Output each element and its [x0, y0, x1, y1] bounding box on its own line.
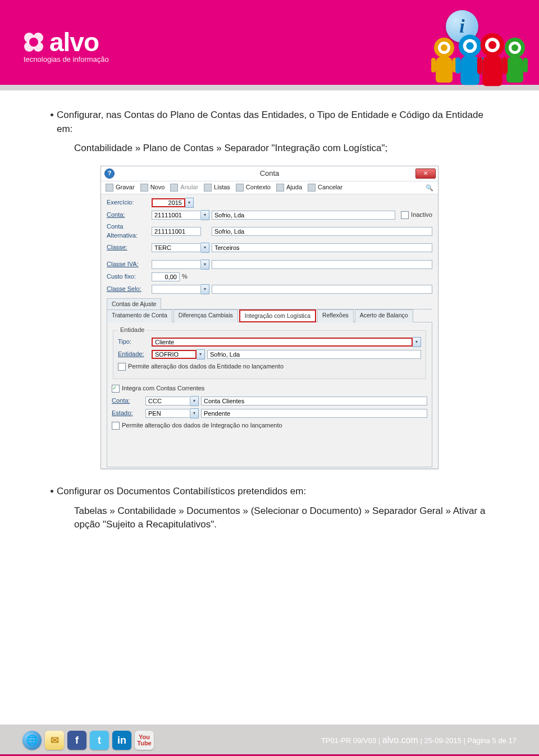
toolbar-contexto[interactable]: Contexto — [236, 183, 271, 192]
toolbar-ajuda[interactable]: Ajuda — [276, 183, 302, 192]
globe-icon[interactable]: 🌐 — [22, 731, 42, 750]
document-body: Configurar, nas Contas do Plano de Conta… — [0, 90, 539, 542]
input-estado-name[interactable] — [201, 409, 427, 418]
dropdown-tipo-icon[interactable]: ▾ — [413, 337, 421, 347]
page-footer: 🌐 ✉ f t in You Tube TP01-PR 09/V03 | alv… — [0, 725, 539, 756]
input-entidade-name[interactable] — [207, 350, 421, 359]
toolbar-gravar[interactable]: Gravar — [106, 183, 135, 192]
tabs-area: Contas de Ajuste Tratamento de Conta Dif… — [107, 298, 432, 467]
input-custo[interactable] — [152, 272, 180, 281]
toolbar-search-icon[interactable]: 🔍 — [426, 184, 433, 193]
lookup-iva[interactable]: ▾ — [201, 259, 209, 270]
footer-ref: TP01-PR 09/V03 | — [321, 736, 382, 745]
label-classe[interactable]: Classe: — [107, 243, 152, 252]
tab-contas-ajuste[interactable]: Contas de Ajuste — [107, 298, 161, 309]
input-selo-name[interactable] — [212, 285, 432, 294]
twitter-icon[interactable]: t — [90, 731, 109, 750]
legend-entidade: Entidade — [118, 326, 147, 335]
svg-point-4 — [29, 38, 38, 47]
bullet-dot-icon — [51, 490, 53, 493]
abort-icon — [308, 184, 316, 192]
input-int-conta-code[interactable] — [145, 397, 190, 406]
mascot-yellow — [432, 38, 456, 88]
toolbar-cancelar[interactable]: Cancelar — [308, 183, 342, 192]
input-iva-code[interactable] — [152, 260, 201, 269]
tab-panel-integracao: Entidade Tipo: ▾ Entidade: ▾ — [107, 322, 432, 467]
bullet-2-subtext: Tabelas » Contabilidade » Documentos » (… — [74, 504, 488, 532]
label-custo: Custo fixo: — [107, 272, 152, 281]
mail-icon[interactable]: ✉ — [45, 731, 64, 750]
label-entidade[interactable]: Entidade: — [118, 350, 152, 359]
toolbar-novo[interactable]: Novo — [140, 183, 165, 192]
tab-tratamento[interactable]: Tratamento de Conta — [107, 309, 172, 322]
input-entidade-code[interactable] — [152, 350, 197, 359]
list-icon — [204, 184, 212, 192]
label-perm-integracao: Permite alteração dos dados de Integraçã… — [122, 421, 282, 430]
bullet-2-text: Configurar os Documentos Contabilísticos… — [57, 485, 306, 499]
spinner-exercicio[interactable]: ▾ — [185, 198, 194, 208]
brand-wordmark: alvo — [49, 27, 99, 57]
lookup-conta[interactable]: ▾ — [201, 210, 209, 220]
label-iva[interactable]: Classe IVA: — [107, 260, 152, 269]
input-conta-code[interactable] — [152, 211, 201, 220]
help-icon — [276, 184, 284, 192]
chk-perm-entidade[interactable] — [118, 363, 126, 371]
input-estado-code[interactable] — [145, 409, 190, 418]
label-tipo: Tipo: — [118, 338, 152, 347]
label-integra-cc: Integra com Contas Correntes — [122, 384, 204, 393]
toolbar-anular[interactable]: Anular — [170, 183, 198, 192]
close-button[interactable]: ✕ — [415, 168, 436, 179]
lookup-selo[interactable]: ▾ — [201, 284, 209, 294]
label-estado[interactable]: Estado: — [112, 409, 145, 418]
facebook-icon[interactable]: f — [67, 731, 86, 750]
footer-site: alvo.com — [382, 735, 418, 745]
page-header: alvo tecnologias de informação i — [0, 0, 539, 90]
input-classe-name[interactable] — [212, 243, 432, 252]
input-conta-name[interactable] — [212, 211, 395, 220]
new-icon — [140, 184, 148, 192]
brand-tagline: tecnologias de informação — [21, 55, 109, 63]
lookup-classe[interactable]: ▾ — [201, 243, 209, 253]
bullet-1-text: Configurar, nas Contas do Plano de Conta… — [57, 108, 488, 136]
input-tipo[interactable] — [152, 338, 413, 347]
bullet-dot-icon — [51, 113, 53, 116]
close-icon: ✕ — [423, 170, 428, 178]
toolbar-listas[interactable]: Listas — [204, 183, 230, 192]
mascot-red — [478, 33, 506, 93]
chk-integra-cc[interactable] — [112, 385, 120, 393]
dropdown-int-conta-icon[interactable]: ▾ — [190, 396, 199, 406]
chk-inactivo[interactable] — [401, 211, 409, 219]
tab-diferencas[interactable]: Diferenças Cambiais — [173, 309, 238, 322]
label-conta[interactable]: Conta: — [107, 211, 152, 220]
fieldset-entidade: Entidade Tipo: ▾ Entidade: ▾ — [113, 326, 426, 379]
youtube-icon[interactable]: You Tube — [135, 731, 154, 750]
input-selo-code[interactable] — [152, 285, 201, 294]
chk-perm-integracao[interactable] — [112, 422, 120, 430]
input-int-conta-name[interactable] — [201, 397, 427, 406]
bullet-1-subtext: Contabilidade » Plano de Contas » Separa… — [74, 142, 488, 156]
label-int-conta[interactable]: Conta: — [112, 397, 145, 406]
linkedin-icon[interactable]: in — [112, 731, 131, 750]
tab-reflexoes[interactable]: Reflexões — [317, 309, 354, 322]
window-conta: ? Conta ✕ Gravar Novo Anular Listas Cont… — [101, 166, 438, 469]
input-iva-name[interactable] — [212, 260, 432, 269]
window-toolbar: Gravar Novo Anular Listas Contexto Ajuda… — [101, 181, 438, 194]
footer-text: TP01-PR 09/V03 | alvo.com | 25-09-2015 |… — [321, 735, 517, 745]
input-alt-name[interactable] — [212, 227, 432, 236]
dropdown-estado-icon[interactable]: ▾ — [190, 408, 199, 418]
cancel-icon — [170, 184, 178, 192]
input-alt-code[interactable] — [152, 227, 201, 236]
bullet-1: Configurar, nas Contas do Plano de Conta… — [51, 108, 488, 136]
lookup-entidade[interactable]: ▾ — [197, 349, 205, 359]
label-inactivo: Inactivo — [411, 211, 432, 218]
brand-logo: alvo tecnologias de informação — [21, 27, 109, 63]
label-pct: % — [182, 272, 188, 281]
label-alt: Conta Alternativa: — [107, 222, 152, 240]
label-selo[interactable]: Classe Selo: — [107, 285, 152, 294]
window-titlebar: ? Conta ✕ — [101, 166, 438, 181]
tab-integracao[interactable]: Integração com Logística — [239, 309, 316, 322]
input-classe-code[interactable] — [152, 243, 201, 252]
tab-acerto[interactable]: Acerto de Balanço — [355, 309, 413, 322]
bullet-2: Configurar os Documentos Contabilísticos… — [51, 485, 488, 499]
input-exercicio[interactable] — [152, 198, 185, 207]
